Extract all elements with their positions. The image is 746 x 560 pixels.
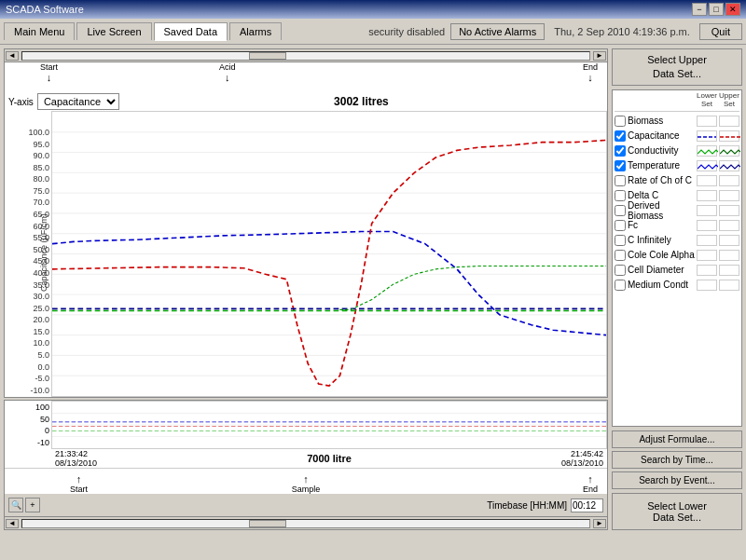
rate-label: Rate of Ch of C — [628, 175, 695, 185]
temperature-upper-swatch — [719, 160, 739, 171]
conductivity-lower-swatch — [697, 145, 717, 157]
y-axis-row: Y-axis Capacitance Conductivity Temperat… — [5, 92, 607, 111]
cole-checkbox[interactable] — [615, 250, 626, 261]
close-button[interactable]: ✕ — [725, 3, 740, 16]
zoom-icon-1[interactable]: 🔍 — [8, 498, 23, 512]
lower-start-marker: ↑ Start — [70, 473, 88, 494]
legend-row-conductivity: Conductivity — [615, 143, 739, 158]
search-by-time-button[interactable]: Search by Time... — [612, 451, 742, 469]
quit-button[interactable]: Quit — [699, 23, 742, 40]
tab-main-menu[interactable]: Main Menu — [4, 22, 75, 40]
y-axis-label-selector: Y-axis — [8, 97, 34, 107]
lower-markers: ↑ Start ↑ Sample ↑ End — [5, 468, 607, 494]
upper-scroll-track[interactable] — [21, 51, 590, 61]
fc-label: Fc — [628, 220, 695, 230]
menu-bar: Main Menu Live Screen Saved Data Alarms … — [0, 19, 746, 45]
biomass-checkbox[interactable] — [615, 116, 626, 127]
cole-label: Cole Cole Alpha — [628, 250, 695, 260]
cinf-upper-swatch — [719, 235, 739, 246]
temperature-label: Temperature — [628, 160, 695, 171]
cell-label: Cell Diameter — [628, 265, 695, 275]
temperature-checkbox[interactable] — [615, 160, 626, 171]
delta-checkbox[interactable] — [615, 190, 626, 201]
tab-live-screen[interactable]: Live Screen — [76, 22, 151, 40]
legend-row-cole: Cole Cole Alpha — [615, 248, 739, 263]
upper-scrollbar[interactable]: ◄ ► — [5, 49, 607, 62]
delta-upper-swatch — [719, 190, 739, 201]
derived-checkbox[interactable] — [615, 205, 626, 216]
medium-checkbox[interactable] — [615, 280, 626, 291]
conductivity-upper-swatch — [719, 145, 739, 157]
biomass-lower-swatch — [697, 116, 717, 127]
timebase-input[interactable] — [571, 499, 603, 512]
lower-end-timestamp: 21:45:4208/13/2010 — [561, 449, 603, 468]
tab-alarms[interactable]: Alarms — [229, 22, 282, 40]
end-label: End — [583, 62, 598, 72]
alarm-button[interactable]: No Active Alarms — [450, 23, 545, 40]
legend-header: LowerSet UpperSet — [615, 92, 739, 112]
minimize-button[interactable]: − — [692, 3, 707, 16]
medium-label: Medium Condt — [628, 280, 695, 290]
right-panel: Select UpperData Set... LowerSet UpperSe… — [612, 48, 742, 530]
tab-saved-data[interactable]: Saved Data — [154, 22, 228, 41]
capacitance-label: Capacitance — [628, 130, 695, 141]
conductivity-label: Conductivity — [628, 145, 695, 156]
lower-timestamp-row: 21:33:4208/13/2010 7000 litre 21:45:4208… — [5, 449, 607, 468]
lower-scroll-track[interactable] — [21, 519, 590, 528]
legend-row-biomass: Biomass — [615, 114, 739, 129]
select-lower-button[interactable]: Select LowerData Set... — [612, 493, 742, 530]
acid-label: Acid — [219, 62, 236, 72]
window-controls: − □ ✕ — [692, 3, 740, 16]
capacitance-checkbox[interactable] — [615, 130, 626, 142]
acid-marker: Acid ↓ — [219, 62, 236, 83]
legend-panel: LowerSet UpperSet Biomass Capacitance — [612, 89, 742, 427]
timebase-label: Timebase [HH:MM] — [487, 500, 567, 511]
rate-checkbox[interactable] — [615, 175, 626, 186]
upper-set-header: UpperSet — [719, 92, 739, 109]
end-marker: End ↓ — [583, 62, 598, 83]
medium-lower-swatch — [697, 280, 717, 291]
left-panel: ◄ ► Start ↓ Acid ↓ End ↓ — [4, 48, 608, 530]
fc-upper-swatch — [719, 220, 739, 231]
rate-lower-swatch — [697, 175, 717, 186]
cinf-checkbox[interactable] — [615, 235, 626, 246]
medium-upper-swatch — [719, 280, 739, 291]
lower-scrollbar[interactable]: ◄ ► — [5, 516, 607, 529]
fc-checkbox[interactable] — [615, 220, 626, 231]
lower-sample-marker: ↑ Sample — [292, 473, 321, 494]
cell-upper-swatch — [719, 265, 739, 276]
y-axis-vertical-label: Capacitance (µF/cm) — [39, 217, 48, 292]
legend-row-cell: Cell Diameter — [615, 263, 739, 278]
upper-chart-area: ◄ ► Start ↓ Acid ↓ End ↓ — [4, 48, 608, 398]
capacitance-upper-swatch — [719, 130, 739, 142]
lower-chart-area: 100 50 0 -10 — [4, 400, 608, 530]
maximize-button[interactable]: □ — [709, 3, 724, 16]
legend-row-medium: Medium Condt — [615, 278, 739, 293]
legend-row-cinf: C Infinitely — [615, 233, 739, 248]
cell-checkbox[interactable] — [615, 265, 626, 276]
lower-y-axis: 100 50 0 -10 — [5, 401, 51, 449]
y-axis-select[interactable]: Capacitance Conductivity Temperature Bio… — [37, 93, 119, 110]
lower-chart-plot — [51, 401, 607, 449]
temperature-lower-swatch — [697, 160, 717, 171]
end-arrow: ↓ — [587, 72, 593, 83]
legend-row-temperature: Temperature — [615, 158, 739, 173]
capacitance-lower-swatch — [697, 130, 717, 142]
derived-lower-swatch — [697, 205, 717, 216]
upper-chart-body: 21:56:34 08/23/2010 22:08:34 08/23/2010 … — [5, 111, 607, 397]
app-title: SCADA Software — [6, 4, 84, 15]
start-label: Start — [40, 62, 58, 72]
upper-chart-svg — [52, 112, 606, 396]
cell-lower-swatch — [697, 265, 717, 276]
search-by-event-button[interactable]: Search by Event... — [612, 471, 742, 489]
lower-start-timestamp: 21:33:4208/13/2010 — [55, 449, 97, 468]
delta-lower-swatch — [697, 190, 717, 201]
lower-set-header: LowerSet — [697, 92, 717, 109]
upper-chart-title: 3002 litres — [119, 95, 603, 108]
adjust-formulae-button[interactable]: Adjust Formulae... — [612, 430, 742, 448]
lower-toolbar: 🔍 + Timebase [HH:MM] — [5, 494, 607, 516]
conductivity-checkbox[interactable] — [615, 145, 626, 157]
zoom-icon-2[interactable]: + — [25, 498, 40, 512]
select-upper-button[interactable]: Select UpperData Set... — [612, 48, 742, 86]
start-arrow: ↓ — [47, 72, 52, 83]
